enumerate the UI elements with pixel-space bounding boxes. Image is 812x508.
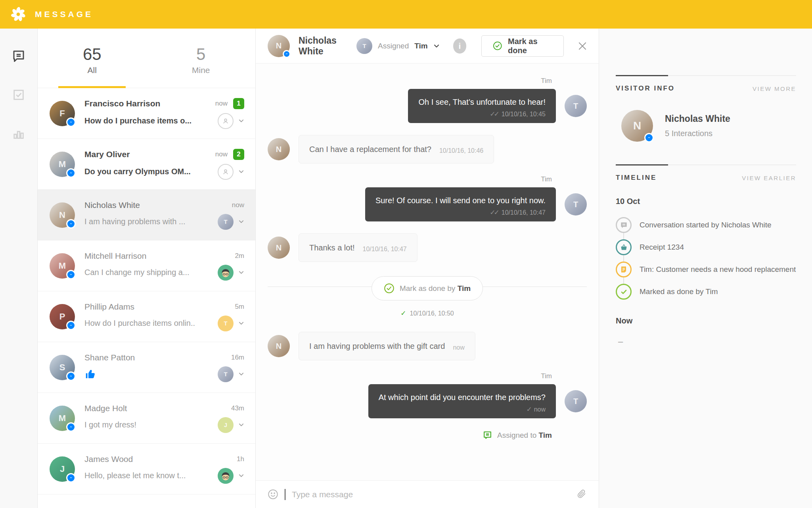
timeline-list: Conversation started by Nicholas White R… <box>616 214 796 303</box>
tab-mine[interactable]: 5 Mine <box>147 29 256 88</box>
message-text: Oh I see, That’s unfortunate to hear! <box>418 97 546 108</box>
messenger-badge-icon <box>66 219 76 229</box>
messenger-badge-icon <box>66 473 76 483</box>
close-icon[interactable] <box>577 41 588 51</box>
visitor-message-avatar: N <box>268 237 290 259</box>
assignee-initial-avatar[interactable]: J <box>218 417 234 433</box>
conversation-item[interactable]: P Phillip Adams 5m How do I purchase ite… <box>38 291 255 342</box>
read-receipt-icon: ✓✓ <box>490 208 498 217</box>
unread-count-badge: 2 <box>233 149 244 160</box>
contact-avatar: J <box>50 456 75 482</box>
timeline-now-label: Now <box>616 316 796 325</box>
chevron-down-icon[interactable] <box>238 422 244 428</box>
chevron-down-icon <box>433 43 440 49</box>
message-author: Tim <box>541 175 552 183</box>
assignee-avatar: T <box>218 366 234 382</box>
assigned-label: Assigned <box>378 42 409 50</box>
message-text: Sure! Of course. I will send one to you … <box>375 195 546 206</box>
visitor-info-title: VISITOR INFO <box>616 85 675 92</box>
contact-name: Nicholas White <box>84 200 140 210</box>
conversation-item[interactable]: M Madge Holt 43m I got my dress!J <box>38 393 255 444</box>
agent-message-bubble: At which point did you encounter the pro… <box>368 384 556 418</box>
unread-count-badge: 1 <box>233 98 244 109</box>
unassigned-indicator[interactable] <box>218 113 234 129</box>
assignee-dropdown[interactable]: T Assigned Tim <box>356 38 440 54</box>
visitor-card: N Nicholas White 5 Interactions <box>616 92 796 165</box>
assignee-avatar: T <box>218 214 234 230</box>
mark-as-done-button[interactable]: Mark as done <box>481 35 564 57</box>
contact-name: James Wood <box>84 454 133 464</box>
tab-all[interactable]: 65 All <box>38 29 147 88</box>
message-composer <box>256 480 599 508</box>
chevron-down-icon[interactable] <box>238 219 244 225</box>
chat-bubble-icon <box>616 217 632 233</box>
conversation-time: 43m <box>231 404 244 412</box>
conversation-item[interactable]: N Nicholas White now I am having problem… <box>38 190 255 241</box>
chevron-down-icon[interactable] <box>238 169 244 175</box>
attachment-icon[interactable] <box>576 489 587 500</box>
message-time: 10/10/16, 10:46 <box>439 147 483 154</box>
timeline-now-value: – <box>618 337 796 347</box>
timeline-event-text: Conversation started by Nicholas White <box>640 221 772 229</box>
tab-mine-count: 5 <box>196 45 205 64</box>
check-icon <box>616 284 632 300</box>
unassigned-person-icon <box>222 117 230 125</box>
chevron-down-icon[interactable] <box>238 473 244 479</box>
conversation-item[interactable]: J James Wood 1h Hello, please let me kno… <box>38 444 255 495</box>
view-earlier-link[interactable]: VIEW EARLIER <box>742 175 796 181</box>
read-receipt-icon: ✓✓ <box>490 110 498 118</box>
message-text: Thanks a lot! <box>309 242 355 253</box>
agent-avatar: T <box>565 390 587 412</box>
stats-nav-icon[interactable] <box>11 126 26 141</box>
contact-avatar: M <box>50 253 75 279</box>
brand-pinwheel-icon <box>10 6 26 22</box>
info-icon[interactable]: i <box>453 38 467 54</box>
timeline-event: Marked as done by Tim <box>616 281 796 303</box>
chevron-down-icon[interactable] <box>238 371 244 377</box>
message-input[interactable] <box>292 490 570 499</box>
assignee-initial-avatar[interactable]: T <box>218 316 234 331</box>
conversations-nav-icon[interactable] <box>11 48 26 64</box>
visitor-message: N I am having problems with the gift car… <box>268 332 475 360</box>
tab-all-label: All <box>88 65 97 75</box>
agent-message: Tim At which point did you encounter the… <box>268 372 587 418</box>
message-time: now <box>534 406 546 413</box>
agent-avatar: T <box>565 95 587 117</box>
basket-icon <box>616 239 632 255</box>
messenger-badge-icon <box>66 270 76 279</box>
emoji-icon[interactable] <box>268 489 278 500</box>
conversation-preview: Do you carry Olympus OM... <box>84 167 191 176</box>
thumbs-up-icon <box>84 368 96 380</box>
message-thread: Tim Oh I see, That’s unfortunate to hear… <box>256 64 599 480</box>
chevron-down-icon[interactable] <box>238 118 244 124</box>
message-time: 10/10/16, 10:47 <box>502 209 546 216</box>
tasks-nav-icon[interactable] <box>11 87 26 102</box>
chevron-down-icon[interactable] <box>238 320 244 326</box>
conversation-item[interactable]: M Mitchell Harrison 2m Can I change my s… <box>38 241 255 291</box>
contact-avatar: M <box>50 152 75 177</box>
messenger-badge-icon <box>66 371 76 381</box>
conversation-preview: I am having problems with ... <box>84 217 186 226</box>
conversation-item[interactable]: M Mary Oliver now 2 Do you carry Olympus… <box>38 139 255 190</box>
unassigned-indicator[interactable] <box>218 164 234 180</box>
conversation-preview: How do I purchase items onlin.. <box>84 319 195 328</box>
conversation-item[interactable]: F Francisco Harrison now 1 How do I purc… <box>38 88 255 139</box>
visitor-message-bubble: Thanks a lot! 10/10/16, 10:47 <box>299 233 417 262</box>
note-icon <box>616 262 632 277</box>
contact-name: Mitchell Harrison <box>84 251 146 261</box>
chevron-down-icon[interactable] <box>238 269 244 275</box>
visitor-message-avatar: N <box>268 138 290 160</box>
visitor-avatar: N <box>621 110 653 142</box>
conversation-item[interactable]: S Shane Patton 16m T <box>38 342 255 393</box>
conversation-rows: F Francisco Harrison now 1 How do I purc… <box>38 88 255 508</box>
messenger-badge-icon <box>66 321 76 330</box>
assignment-chat-icon <box>483 430 492 440</box>
agent-avatar: T <box>565 193 587 216</box>
assigned-note: Assigned to Tim <box>483 430 552 440</box>
tab-all-count: 65 <box>83 45 102 64</box>
chat-contact-avatar: N <box>268 35 290 57</box>
messenger-badge-icon <box>283 50 291 58</box>
messenger-badge-icon <box>66 168 76 178</box>
view-more-link[interactable]: VIEW MORE <box>753 85 796 92</box>
conversation-time: now <box>215 100 228 108</box>
